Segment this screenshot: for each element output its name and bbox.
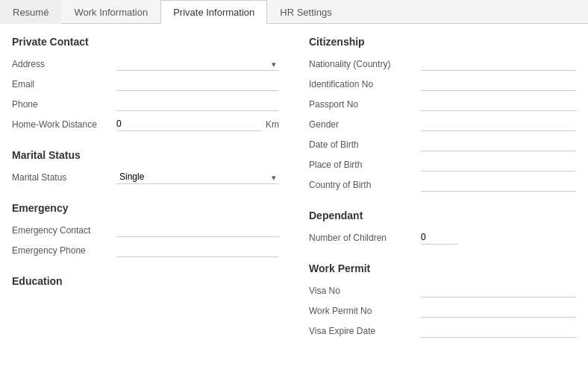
tab-resume[interactable]: Resumé bbox=[0, 0, 61, 24]
gender-row: Gender bbox=[309, 117, 576, 131]
visa-expire-field bbox=[421, 324, 576, 338]
work-permit-no-row: Work Permit No bbox=[309, 303, 576, 318]
private-contact-section: Private Contact Address Email bbox=[12, 36, 279, 131]
emergency-title: Emergency bbox=[12, 202, 279, 214]
passport-input[interactable] bbox=[421, 97, 576, 111]
emergency-contact-field bbox=[116, 223, 279, 237]
gender-input[interactable] bbox=[421, 117, 576, 131]
km-label: Km bbox=[266, 119, 279, 130]
phone-row: Phone bbox=[12, 97, 279, 111]
tab-bar: Resumé Work Information Private Informat… bbox=[0, 0, 588, 24]
visa-no-label: Visa No bbox=[309, 286, 421, 296]
address-field[interactable] bbox=[116, 57, 279, 71]
visa-no-row: Visa No bbox=[309, 283, 576, 298]
tab-work-information[interactable]: Work Information bbox=[61, 0, 160, 24]
emergency-phone-field bbox=[116, 243, 279, 257]
visa-expire-input[interactable] bbox=[421, 324, 576, 338]
emergency-contact-row: Emergency Contact bbox=[12, 223, 279, 237]
home-work-distance-field: Km bbox=[116, 117, 279, 131]
identification-label: Identification No bbox=[309, 79, 421, 89]
emergency-phone-input[interactable] bbox=[116, 243, 279, 257]
work-permit-section: Work Permit Visa No Work Permit No Visa … bbox=[309, 262, 576, 338]
visa-expire-row: Visa Expire Date bbox=[309, 324, 576, 338]
emergency-contact-input[interactable] bbox=[116, 223, 279, 237]
dob-field bbox=[421, 137, 576, 151]
address-label: Address bbox=[12, 59, 116, 69]
marital-status-label: Marital Status bbox=[12, 172, 116, 183]
right-column: Citizenship Nationality (Country) Identi… bbox=[309, 36, 576, 356]
nationality-label: Nationality (Country) bbox=[309, 59, 421, 69]
place-birth-field bbox=[421, 157, 576, 171]
passport-row: Passport No bbox=[309, 97, 576, 111]
place-birth-label: Place of Birth bbox=[309, 160, 421, 170]
identification-row: Identification No bbox=[309, 77, 576, 91]
work-permit-no-label: Work Permit No bbox=[309, 306, 421, 316]
two-column-layout: Private Contact Address Email bbox=[12, 36, 576, 356]
email-label: Email bbox=[12, 79, 116, 89]
marital-status-section: Marital Status Marital Status Single Mar… bbox=[12, 149, 279, 184]
visa-no-input[interactable] bbox=[421, 283, 576, 298]
phone-input[interactable] bbox=[116, 97, 279, 111]
marital-status-field[interactable]: Single Married Divorced Widower bbox=[116, 170, 279, 184]
visa-no-field bbox=[421, 283, 576, 298]
tab-hr-settings[interactable]: HR Settings bbox=[267, 0, 344, 24]
gender-label: Gender bbox=[309, 119, 421, 130]
emergency-contact-label: Emergency Contact bbox=[12, 225, 116, 236]
work-permit-no-input[interactable] bbox=[421, 303, 576, 318]
place-birth-row: Place of Birth bbox=[309, 157, 576, 171]
dependant-title: Dependant bbox=[309, 210, 576, 221]
passport-field bbox=[421, 97, 576, 111]
nationality-field bbox=[421, 57, 576, 71]
km-row: Km bbox=[116, 117, 279, 131]
children-label: Number of Children bbox=[309, 233, 421, 243]
phone-label: Phone bbox=[12, 99, 116, 110]
work-permit-no-field bbox=[421, 303, 576, 318]
gender-field bbox=[421, 117, 576, 131]
marital-status-title: Marital Status bbox=[12, 149, 279, 161]
country-birth-label: Country of Birth bbox=[309, 180, 421, 190]
emergency-phone-label: Emergency Phone bbox=[12, 245, 116, 256]
citizenship-section: Citizenship Nationality (Country) Identi… bbox=[309, 36, 576, 192]
email-row: Email bbox=[12, 77, 279, 91]
education-title: Education bbox=[12, 275, 279, 287]
country-birth-field bbox=[421, 177, 576, 192]
dob-row: Date of Birth bbox=[309, 137, 576, 151]
dob-input[interactable] bbox=[421, 137, 576, 151]
address-select[interactable] bbox=[116, 57, 279, 71]
dob-label: Date of Birth bbox=[309, 139, 421, 150]
phone-field-wrapper bbox=[116, 97, 279, 111]
home-work-distance-input[interactable] bbox=[116, 117, 261, 131]
home-work-distance-label: Home-Work Distance bbox=[12, 119, 116, 130]
visa-expire-label: Visa Expire Date bbox=[309, 326, 421, 336]
identification-input[interactable] bbox=[421, 77, 576, 91]
emergency-section: Emergency Emergency Contact Emergency Ph… bbox=[12, 202, 279, 257]
private-contact-title: Private Contact bbox=[12, 36, 279, 48]
dependant-section: Dependant Number of Children bbox=[309, 210, 576, 245]
nationality-row: Nationality (Country) bbox=[309, 57, 576, 71]
identification-field bbox=[421, 77, 576, 91]
work-permit-title: Work Permit bbox=[309, 262, 576, 274]
place-birth-input[interactable] bbox=[421, 157, 576, 171]
marital-status-select[interactable]: Single Married Divorced Widower bbox=[116, 170, 279, 184]
citizenship-title: Citizenship bbox=[309, 36, 576, 48]
education-section: Education bbox=[12, 275, 279, 287]
home-work-distance-row: Home-Work Distance Km bbox=[12, 117, 279, 131]
children-row: Number of Children bbox=[309, 230, 576, 245]
children-field bbox=[421, 230, 576, 245]
address-row: Address bbox=[12, 57, 279, 71]
passport-label: Passport No bbox=[309, 99, 421, 110]
tab-private-information[interactable]: Private Information bbox=[160, 0, 267, 24]
country-birth-row: Country of Birth bbox=[309, 177, 576, 192]
left-column: Private Contact Address Email bbox=[12, 36, 279, 356]
marital-status-row: Marital Status Single Married Divorced W… bbox=[12, 170, 279, 184]
children-input[interactable] bbox=[421, 230, 458, 245]
email-input[interactable] bbox=[116, 77, 279, 91]
nationality-input[interactable] bbox=[421, 57, 576, 71]
emergency-phone-row: Emergency Phone bbox=[12, 243, 279, 257]
main-content: Private Contact Address Email bbox=[0, 24, 588, 368]
country-birth-input[interactable] bbox=[421, 177, 576, 192]
email-field-wrapper bbox=[116, 77, 279, 91]
